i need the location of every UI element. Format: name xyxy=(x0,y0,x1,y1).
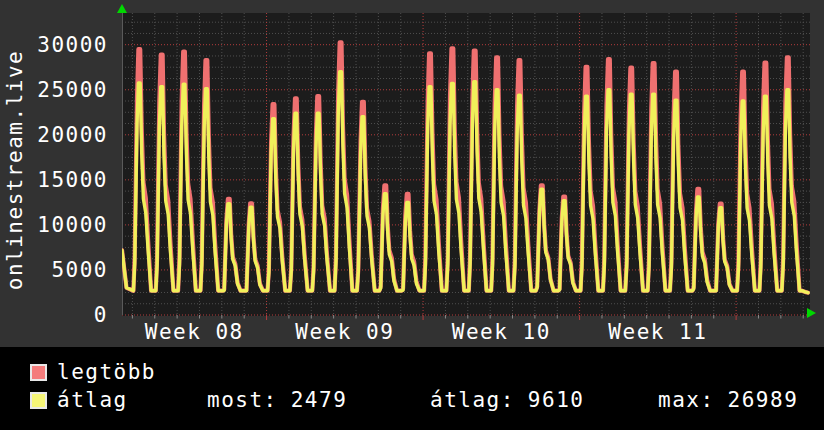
legend-swatch-avg xyxy=(30,392,47,409)
graph-root: onlinestream.live 0500010000150002000025… xyxy=(0,0,824,430)
legend: legtöbb átlag most:2479 átlag:9610 max:2… xyxy=(0,347,824,430)
stat-most: most:2479 xyxy=(207,389,347,411)
stat-max-label: max: xyxy=(658,388,715,412)
legend-label-avg: átlag xyxy=(57,389,128,411)
stat-most-label: most: xyxy=(207,388,278,412)
stat-atlag-label: átlag: xyxy=(430,388,515,412)
x-week-label: Week 11 xyxy=(608,320,707,344)
y-tick-label: 15000 xyxy=(14,169,108,191)
legend-swatch-max xyxy=(30,364,47,381)
y-tick-label: 5000 xyxy=(14,259,108,281)
x-week-label: Week 10 xyxy=(452,320,551,344)
stat-most-value: 2479 xyxy=(291,388,348,412)
y-axis-arrow-icon xyxy=(117,4,127,13)
stat-max-value: 26989 xyxy=(728,388,799,412)
y-tick-label: 10000 xyxy=(14,214,108,236)
stat-atlag-value: 9610 xyxy=(528,388,585,412)
graph-canvas: onlinestream.live 0500010000150002000025… xyxy=(0,0,824,347)
y-tick-label: 20000 xyxy=(14,124,108,146)
plot-area xyxy=(122,13,810,320)
stat-atlag: átlag:9610 xyxy=(430,389,584,411)
legend-label-max: legtöbb xyxy=(57,361,156,383)
y-tick-label: 0 xyxy=(14,304,108,326)
y-tick-label: 25000 xyxy=(14,79,108,101)
x-axis-arrow-icon xyxy=(807,308,816,318)
y-tick-label: 30000 xyxy=(14,34,108,56)
x-week-label: Week 08 xyxy=(145,320,244,344)
stat-max: max:26989 xyxy=(658,389,798,411)
x-week-label: Week 09 xyxy=(295,320,394,344)
